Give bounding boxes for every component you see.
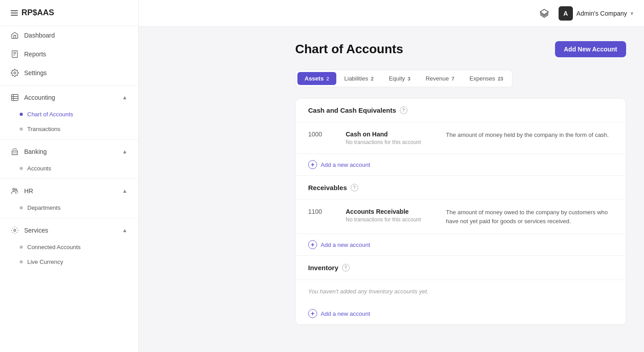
banking-section-label: Banking (24, 148, 47, 155)
tab-expenses-label: Expenses (470, 75, 495, 82)
banking-icon (11, 148, 19, 156)
receivables-section-title: Receivables (308, 184, 347, 191)
tab-revenue-badge: 7 (452, 76, 454, 81)
svg-rect-5 (12, 94, 18, 101)
tab-expenses[interactable]: Expenses 23 (462, 72, 510, 85)
company-dropdown-chevron: ▾ (631, 10, 633, 17)
accounting-section-label: Accounting (24, 94, 55, 101)
page-header: Chart of Accounts Add New Account (295, 41, 626, 57)
section-header-receivables: Receivables ? (296, 176, 626, 200)
svg-rect-0 (12, 51, 17, 58)
section-header-inventory: Inventory ? (296, 256, 626, 280)
hr-chevron: ▲ (122, 188, 127, 194)
live-currency-label: Live Currency (27, 259, 63, 265)
account-number-1000: 1000 (308, 131, 335, 138)
sidebar-sub-transactions[interactable]: Transactions (0, 122, 138, 136)
inventory-section-title: Inventory (308, 264, 339, 271)
app-logo[interactable]: RP$AAS (0, 0, 138, 26)
sidebar-section-accounting[interactable]: Accounting ▲ (0, 88, 138, 107)
inventory-help-icon[interactable]: ? (342, 264, 350, 271)
tab-liabilities-label: Liabilities (344, 75, 368, 82)
sidebar-section-services[interactable]: Services ▲ (0, 221, 138, 240)
company-name: Admin's Company (576, 10, 627, 17)
cash-help-icon[interactable]: ? (400, 106, 407, 114)
sidebar-sub-chart-of-accounts[interactable]: Chart of Accounts (0, 107, 138, 122)
cash-section-title: Cash and Cash Equivalents (308, 106, 396, 114)
hamburger-menu[interactable] (11, 10, 18, 16)
tab-revenue[interactable]: Revenue 7 (419, 72, 462, 85)
add-account-cash-icon: + (308, 160, 317, 169)
company-selector[interactable]: A Admin's Company ▾ (559, 6, 633, 21)
app-logo-text: RP$AAS (21, 8, 54, 17)
account-number-1100: 1100 (308, 208, 335, 215)
hr-section-label: HR (24, 187, 33, 195)
connected-accounts-dot (20, 246, 23, 249)
add-account-row-receivables[interactable]: + Add a new account (296, 234, 626, 256)
settings-label: Settings (24, 69, 47, 76)
table-row: 1000 Cash on Hand No transactions for th… (296, 123, 626, 154)
accounts-label: Accounts (27, 165, 51, 172)
sidebar: RP$AAS Dashboard Reports Settings Acc (0, 0, 139, 352)
sidebar-item-dashboard[interactable]: Dashboard (0, 26, 138, 45)
sidebar-sub-connected-accounts[interactable]: Connected Accounts (0, 240, 138, 254)
account-desc-ar: The amount of money owed to the company … (446, 208, 613, 225)
sidebar-section-hr[interactable]: HR ▲ (0, 182, 138, 200)
add-account-inventory-label: Add a new account (321, 310, 370, 317)
add-new-account-button[interactable]: Add New Account (555, 41, 626, 57)
svg-point-6 (13, 188, 15, 191)
section-header-cash: Cash and Cash Equivalents ? (296, 98, 626, 123)
tab-revenue-label: Revenue (426, 75, 449, 82)
sidebar-item-reports[interactable]: Reports (0, 45, 138, 64)
accounts-content-card: Cash and Cash Equivalents ? 1000 Cash on… (295, 98, 626, 325)
company-avatar: A (559, 6, 573, 21)
topbar: A Admin's Company ▾ (139, 0, 644, 27)
sidebar-sub-live-currency[interactable]: Live Currency (0, 254, 138, 269)
sidebar-section-banking[interactable]: Banking ▲ (0, 142, 138, 161)
add-account-cash-label: Add a new account (321, 161, 370, 168)
account-desc-cash-on-hand: The amount of money held by the company … (446, 131, 609, 140)
departments-label: Departments (27, 204, 60, 211)
account-name-cash-on-hand: Cash on Hand (346, 131, 435, 138)
add-account-receivables-label: Add a new account (321, 242, 370, 248)
add-account-receivables-icon: + (308, 240, 317, 249)
table-row: 1100 Accounts Receivable No transactions… (296, 200, 626, 234)
tab-equity[interactable]: Equity 3 (381, 72, 417, 85)
sidebar-sub-departments[interactable]: Departments (0, 200, 138, 215)
home-icon (11, 31, 19, 39)
inventory-empty-text: You haven't added any Inventory accounts… (296, 280, 626, 303)
account-sub-cash-on-hand: No transactions for this account (346, 139, 435, 145)
svg-point-8 (14, 229, 16, 232)
transactions-dot (20, 127, 23, 131)
accounting-icon (11, 93, 19, 102)
accounts-dot (20, 167, 23, 170)
transactions-label: Transactions (27, 126, 60, 132)
svg-point-4 (14, 72, 16, 74)
svg-point-7 (15, 189, 17, 191)
sidebar-item-settings[interactable]: Settings (0, 64, 138, 82)
connected-accounts-label: Connected Accounts (27, 244, 80, 250)
tab-equity-label: Equity (389, 75, 405, 82)
banking-chevron: ▲ (122, 148, 127, 155)
hr-icon (11, 187, 19, 195)
tab-liabilities-badge: 2 (371, 76, 373, 81)
live-currency-dot (20, 260, 23, 263)
receivables-help-icon[interactable]: ? (351, 184, 358, 191)
tabs-bar: Assets 2 Liabilities 2 Equity 3 Revenue … (295, 70, 513, 87)
add-account-row-cash[interactable]: + Add a new account (296, 154, 626, 176)
sidebar-sub-accounts[interactable]: Accounts (0, 161, 138, 176)
reports-label: Reports (24, 51, 46, 58)
chart-of-accounts-dot (20, 113, 23, 116)
reports-icon (11, 50, 19, 58)
add-account-row-inventory[interactable]: + Add a new account (296, 303, 626, 325)
account-name-ar: Accounts Receivable (346, 208, 435, 215)
services-section-label: Services (24, 227, 48, 234)
tab-assets[interactable]: Assets 2 (297, 72, 336, 85)
accounting-chevron: ▲ (122, 94, 127, 101)
tab-equity-badge: 3 (408, 76, 411, 81)
account-info-cash-on-hand: Cash on Hand No transactions for this ac… (346, 131, 435, 145)
layers-icon (539, 8, 549, 18)
page-title: Chart of Accounts (295, 42, 403, 56)
departments-dot (20, 206, 23, 209)
tab-liabilities[interactable]: Liabilities 2 (337, 72, 381, 85)
layers-button[interactable] (537, 6, 551, 21)
